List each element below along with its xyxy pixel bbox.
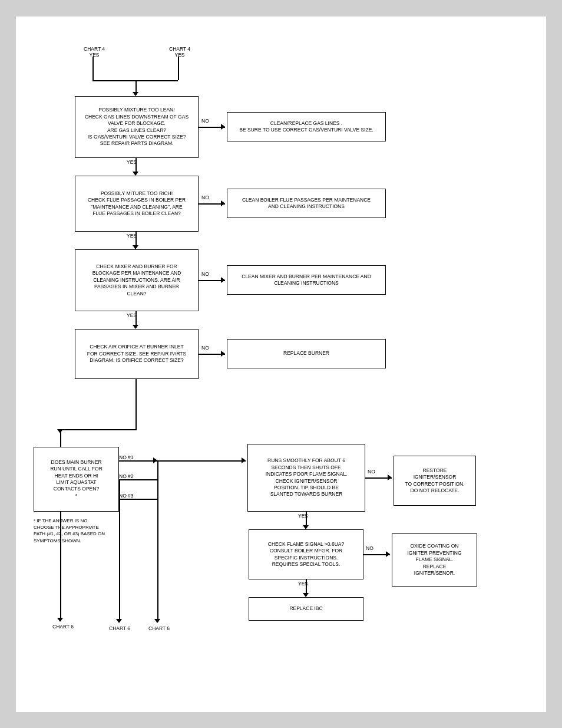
arrow-box2-yes xyxy=(133,245,138,249)
label-no3: NO #3 xyxy=(119,493,134,499)
arrow-box4-no xyxy=(221,351,225,357)
line-chart4-right xyxy=(178,57,179,80)
arrow-chart6-2 xyxy=(116,619,122,623)
line-no3 xyxy=(119,499,157,500)
line-chart6-3-v xyxy=(157,499,158,622)
line-no1 xyxy=(119,460,157,462)
arrow-no1 xyxy=(153,457,157,463)
label-no4: NO xyxy=(201,345,209,351)
box-main-burner: DOES MAIN BURNERRUN UNTIL CALL FORHEAT E… xyxy=(34,447,119,512)
line-chart6-1-up xyxy=(60,512,61,621)
line-no2 xyxy=(119,479,157,480)
chart6-1-label: CHART 6 xyxy=(52,624,74,630)
arrow-to-box1 xyxy=(133,92,138,96)
arrow-chart6-1 xyxy=(57,618,63,622)
box-check-mixer: CHECK MIXER AND BURNER FORBLOCKAGE PER M… xyxy=(75,249,199,311)
arrow-chart6-3 xyxy=(154,619,160,623)
box-clean-mixer: CLEAN MIXER AND BURNER PER MAINTENANCE A… xyxy=(227,265,386,295)
label-no5: NO xyxy=(368,469,375,475)
arrow-box12-yes xyxy=(303,593,309,597)
box-restore-igniter: RESTOREIGNITER/SENSORTO CORRECT POSITION… xyxy=(394,456,476,506)
label-no2: NO #2 xyxy=(119,473,134,479)
chart4-right-label: CHART 4YES xyxy=(169,46,190,58)
arrow-box12-no xyxy=(386,551,390,557)
line-box9-down xyxy=(60,429,61,447)
box-runs-smoothly: RUNS SMOOTHLY FOR ABOUT 6SECONDS THEN SH… xyxy=(247,444,365,512)
note-label: * IF THE ANSWER IS NO.CHOOSE THE APPROPR… xyxy=(34,518,146,544)
arrow-box1-no xyxy=(221,124,225,130)
label-no6: NO xyxy=(366,545,373,551)
line-no1-right xyxy=(157,460,246,462)
line-chart6-2-v xyxy=(119,479,120,622)
arrow-box1-yes xyxy=(133,172,138,176)
box-check-flame: CHECK FLAME SIGNAL >0.6uA?CONSULT BOILER… xyxy=(249,529,363,579)
arrow-box10-no xyxy=(388,475,392,480)
arrow-box3-yes xyxy=(133,325,138,329)
box-mixture-lean: POSSIBLY MIXTURE TOO LEAN!CHECK GAS LINE… xyxy=(75,96,199,158)
box-clean-gas-lines: CLEAN/REPLACE GAS LINES .BE SURE TO USE … xyxy=(227,112,386,141)
box-oxide-coating: OXIDE COATING ONIGNITER PREVENTINGFLAME … xyxy=(392,533,477,587)
label-no3: NO xyxy=(201,271,209,277)
box-mixture-rich: POSSIBLY MITURE TOO RICH!CHECK FLUE PASS… xyxy=(75,176,199,232)
arrow-box10-yes xyxy=(303,525,309,529)
chart6-3-label: CHART 6 xyxy=(148,625,170,631)
box-replace-ibc: REPLACE IBC xyxy=(249,597,363,621)
label-no1: NO #1 xyxy=(119,454,134,460)
box-clean-boiler: CLEAN BOILER FLUE PASSAGES PER MAINTENAN… xyxy=(227,189,386,218)
line-no-connector xyxy=(157,460,158,499)
arrow-box3-no xyxy=(221,277,225,283)
line-to-box9-horiz xyxy=(60,429,137,430)
page: CHART 4YES CHART 4YES POSSIBLY MIXTURE T… xyxy=(16,17,546,712)
flowchart: CHART 4YES CHART 4YES POSSIBLY MIXTURE T… xyxy=(28,34,534,694)
chart6-2-label: CHART 6 xyxy=(109,625,130,631)
label-no1: NO xyxy=(201,118,209,124)
box-check-orifice: CHECK AIR ORIFICE AT BURNER INLETFOR COR… xyxy=(75,329,199,379)
line-box4-down xyxy=(135,379,137,429)
arrow-to-box10 xyxy=(242,457,246,463)
chart4-left-label: CHART 4YES xyxy=(84,46,105,58)
box-replace-burner: REPLACE BURNER xyxy=(227,339,386,368)
arrow-box2-no xyxy=(221,200,225,206)
label-no2: NO xyxy=(201,195,209,200)
line-chart4-left xyxy=(92,57,94,80)
